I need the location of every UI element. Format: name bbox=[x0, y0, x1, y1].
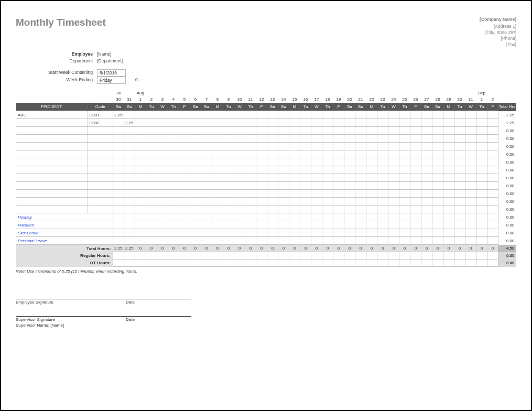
hours-cell[interactable] bbox=[476, 221, 487, 229]
hours-cell[interactable] bbox=[289, 182, 300, 190]
hours-cell[interactable] bbox=[333, 190, 344, 198]
hours-cell[interactable] bbox=[190, 119, 201, 127]
hours-cell[interactable] bbox=[454, 158, 465, 166]
totals-day-cell[interactable] bbox=[443, 259, 454, 267]
hours-cell[interactable] bbox=[212, 229, 223, 237]
hours-cell[interactable] bbox=[278, 190, 289, 198]
hours-cell[interactable] bbox=[322, 190, 333, 198]
hours-cell[interactable] bbox=[355, 198, 366, 206]
hours-cell[interactable] bbox=[234, 135, 245, 143]
hours-cell[interactable] bbox=[234, 213, 245, 221]
hours-cell[interactable] bbox=[201, 143, 212, 150]
hours-cell[interactable] bbox=[432, 135, 443, 143]
hours-cell[interactable] bbox=[344, 206, 355, 213]
hours-cell[interactable] bbox=[179, 190, 190, 198]
hours-cell[interactable] bbox=[179, 119, 190, 127]
hours-cell[interactable] bbox=[157, 182, 168, 190]
hours-cell[interactable] bbox=[333, 174, 344, 182]
hours-cell[interactable] bbox=[289, 158, 300, 166]
hours-cell[interactable] bbox=[212, 143, 223, 150]
hours-cell[interactable] bbox=[278, 150, 289, 158]
hours-cell[interactable] bbox=[487, 182, 498, 190]
hours-cell[interactable] bbox=[410, 237, 421, 245]
hours-cell[interactable] bbox=[344, 158, 355, 166]
hours-cell[interactable] bbox=[410, 213, 421, 221]
totals-day-cell[interactable] bbox=[322, 259, 333, 267]
hours-cell[interactable] bbox=[168, 174, 179, 182]
hours-cell[interactable] bbox=[179, 221, 190, 229]
hours-cell[interactable] bbox=[267, 213, 278, 221]
hours-cell[interactable] bbox=[322, 135, 333, 143]
start-week-input[interactable]: 8/1/2016 bbox=[97, 69, 126, 77]
hours-cell[interactable] bbox=[124, 158, 135, 166]
totals-day-cell[interactable] bbox=[267, 259, 278, 267]
hours-cell[interactable] bbox=[124, 229, 135, 237]
hours-cell[interactable] bbox=[333, 221, 344, 229]
hours-cell[interactable] bbox=[421, 111, 432, 119]
hours-cell[interactable] bbox=[465, 158, 476, 166]
hours-cell[interactable] bbox=[245, 206, 256, 213]
hours-cell[interactable] bbox=[377, 119, 388, 127]
hours-cell[interactable] bbox=[344, 190, 355, 198]
hours-cell[interactable] bbox=[454, 190, 465, 198]
totals-day-cell[interactable] bbox=[333, 259, 344, 267]
hours-cell[interactable] bbox=[256, 213, 267, 221]
totals-day-cell[interactable] bbox=[190, 259, 201, 267]
hours-cell[interactable] bbox=[476, 190, 487, 198]
hours-cell[interactable] bbox=[333, 198, 344, 206]
hours-cell[interactable] bbox=[443, 237, 454, 245]
hours-cell[interactable] bbox=[432, 198, 443, 206]
totals-day-cell[interactable] bbox=[179, 259, 190, 267]
totals-day-cell[interactable] bbox=[234, 259, 245, 267]
hours-cell[interactable] bbox=[179, 135, 190, 143]
hours-cell[interactable] bbox=[487, 174, 498, 182]
hours-cell[interactable] bbox=[234, 229, 245, 237]
totals-day-cell[interactable] bbox=[487, 252, 498, 259]
hours-cell[interactable] bbox=[179, 206, 190, 213]
hours-cell[interactable] bbox=[179, 182, 190, 190]
project-cell[interactable] bbox=[16, 119, 88, 127]
hours-cell[interactable] bbox=[322, 206, 333, 213]
hours-cell[interactable] bbox=[454, 135, 465, 143]
hours-cell[interactable] bbox=[421, 166, 432, 174]
hours-cell[interactable] bbox=[190, 198, 201, 206]
hours-cell[interactable] bbox=[476, 182, 487, 190]
hours-cell[interactable] bbox=[443, 166, 454, 174]
hours-cell[interactable] bbox=[234, 221, 245, 229]
hours-cell[interactable] bbox=[443, 190, 454, 198]
hours-cell[interactable] bbox=[377, 213, 388, 221]
hours-cell[interactable] bbox=[267, 182, 278, 190]
hours-cell[interactable] bbox=[289, 166, 300, 174]
totals-day-cell[interactable] bbox=[432, 252, 443, 259]
hours-cell[interactable] bbox=[212, 127, 223, 135]
hours-cell[interactable] bbox=[388, 127, 399, 135]
hours-cell[interactable] bbox=[399, 150, 410, 158]
hours-cell[interactable] bbox=[377, 150, 388, 158]
hours-cell[interactable] bbox=[234, 206, 245, 213]
hours-cell[interactable] bbox=[355, 111, 366, 119]
hours-cell[interactable] bbox=[234, 174, 245, 182]
hours-cell[interactable] bbox=[245, 213, 256, 221]
hours-cell[interactable] bbox=[410, 198, 421, 206]
hours-cell[interactable] bbox=[157, 229, 168, 237]
hours-cell[interactable] bbox=[476, 206, 487, 213]
hours-cell[interactable] bbox=[388, 198, 399, 206]
hours-cell[interactable] bbox=[278, 135, 289, 143]
hours-cell[interactable] bbox=[311, 158, 322, 166]
hours-cell[interactable] bbox=[113, 135, 124, 143]
hours-cell[interactable] bbox=[168, 237, 179, 245]
hours-cell[interactable] bbox=[267, 135, 278, 143]
hours-cell[interactable] bbox=[157, 119, 168, 127]
hours-cell[interactable] bbox=[410, 166, 421, 174]
project-cell[interactable] bbox=[16, 127, 88, 135]
hours-cell[interactable]: 2.25 bbox=[124, 119, 135, 127]
totals-day-cell[interactable] bbox=[399, 252, 410, 259]
hours-cell[interactable] bbox=[432, 166, 443, 174]
hours-cell[interactable] bbox=[399, 221, 410, 229]
hours-cell[interactable] bbox=[377, 229, 388, 237]
hours-cell[interactable] bbox=[124, 237, 135, 245]
hours-cell[interactable] bbox=[168, 190, 179, 198]
hours-cell[interactable] bbox=[245, 166, 256, 174]
hours-cell[interactable] bbox=[201, 111, 212, 119]
hours-cell[interactable] bbox=[190, 237, 201, 245]
